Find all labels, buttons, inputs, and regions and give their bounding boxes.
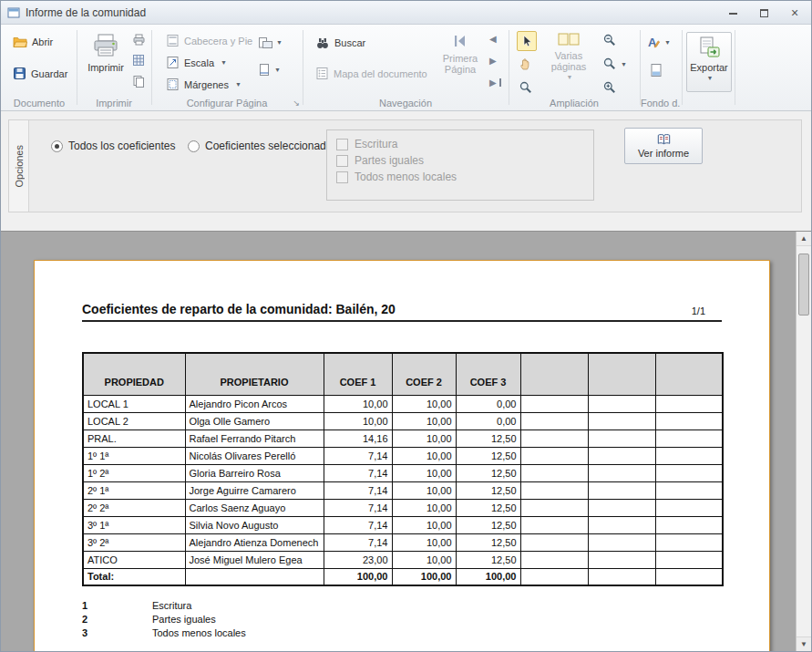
table-cell: 3º 2ª (83, 533, 185, 551)
radio-coeficientes-seleccionados[interactable]: Coeficientes seleccionados (188, 140, 337, 152)
table-cell (520, 499, 588, 516)
buscar-label: Buscar (334, 37, 365, 48)
abrir-button[interactable]: Abrir (10, 34, 56, 50)
cursor-icon (519, 34, 534, 48)
vertical-scrollbar[interactable]: ▲ ▼ (796, 232, 811, 651)
chevron-down-icon: ▼ (664, 39, 671, 46)
primera-pagina-label: Primera Página (435, 53, 486, 75)
varias-paginas-button[interactable]: Varias páginas ▼ (542, 29, 595, 93)
chevron-down-icon: ▼ (621, 61, 627, 67)
scrollbar-up-button[interactable]: ▲ (797, 232, 811, 246)
zoom-in-button[interactable] (601, 78, 619, 97)
table-row: PRAL.Rafael Ferrando Pitarch14,1610,0012… (83, 429, 723, 447)
print-selection-button[interactable] (130, 52, 147, 68)
hand-tool-button[interactable] (517, 55, 535, 73)
preview-viewport[interactable]: Coeficientes de reparto de la comunidad:… (1, 231, 811, 651)
group-label-fondo: Fondo d... (641, 98, 681, 109)
table-header-cell (655, 353, 723, 395)
table-cell: PRAL. (83, 429, 185, 447)
next-page-button[interactable]: ▶ (488, 54, 499, 67)
export-icon (697, 36, 721, 59)
legend-number: 1 (82, 600, 152, 611)
printer-icon (92, 32, 119, 59)
table-header-cell: PROPIEDAD (83, 353, 185, 395)
ribbon-group-navegacion: Buscar Mapa del documento Primera Página… (303, 25, 509, 110)
table-row: 1º 1ªNicolás Olivares Perelló7,1410,0012… (83, 447, 723, 464)
total-label: Total: (83, 568, 185, 585)
pointer-tool-button[interactable] (517, 31, 537, 51)
ribbon: Abrir Guardar Documento Imprimir (1, 25, 811, 111)
last-page-button[interactable]: ▶ (488, 76, 503, 89)
guardar-button[interactable]: Guardar (10, 65, 70, 82)
maximize-button[interactable] (756, 5, 771, 20)
radio-todos-los-coeficientes[interactable]: Todos los coeficientes (51, 140, 175, 152)
table-cell (655, 429, 723, 447)
hand-icon (519, 57, 533, 71)
primera-pagina-button: Primera Página (435, 29, 486, 91)
zoom-out-button[interactable] (601, 31, 619, 49)
chevron-down-icon: ▼ (221, 59, 227, 66)
minimize-button[interactable] (725, 5, 740, 20)
table-cell: 10,00 (392, 447, 456, 464)
table-row: LOCAL 1Alejandro Picon Arcos10,0010,000,… (83, 395, 723, 412)
scrollbar-thumb[interactable] (798, 254, 809, 316)
table-cell (655, 516, 723, 533)
table-cell: 10,00 (392, 395, 456, 412)
table-cell: 7,14 (324, 464, 392, 481)
ver-informe-label: Ver informe (638, 148, 689, 159)
table-row: 1º 2ªGloria Barreiro Rosa7,1410,0012,50 (83, 464, 723, 481)
table-header-cell: COEF 2 (392, 353, 456, 395)
quick-print-button[interactable] (130, 31, 148, 48)
document-map-icon (315, 67, 329, 80)
paper-size-icon (258, 63, 271, 77)
minimize-icon (729, 12, 737, 15)
report-page: Coeficientes de reparto de la comunidad:… (34, 260, 770, 651)
ver-informe-button[interactable]: Ver informe (624, 128, 703, 164)
table-cell (655, 481, 723, 499)
buscar-button[interactable]: Buscar (313, 34, 368, 52)
page-color-button[interactable] (647, 61, 665, 79)
grid-icon (132, 54, 145, 67)
table-cell (520, 551, 588, 568)
copies-button[interactable] (130, 73, 147, 89)
table-cell (655, 551, 723, 568)
exportar-button[interactable]: Exportar ▼ (686, 32, 732, 92)
table-cell (655, 464, 723, 481)
options-panel: Opciones Todos los coeficientes Coeficie… (8, 119, 802, 212)
zoom-button[interactable]: ▼ (601, 55, 629, 73)
checkbox (336, 171, 348, 183)
opciones-tab[interactable]: Opciones (9, 120, 29, 212)
radio-seleccionados-label: Coeficientes seleccionados (205, 140, 337, 152)
watermark-button[interactable]: A ▼ (644, 33, 673, 51)
table-cell (520, 568, 588, 585)
close-button[interactable]: × (787, 5, 802, 20)
orientation-button[interactable]: ▼ (256, 34, 284, 51)
table-cell (588, 481, 655, 499)
table-header-row: PROPIEDADPROPIETARIOCOEF 1COEF 2COEF 3 (83, 353, 723, 395)
margenes-button[interactable]: Márgenes ▼ (163, 76, 244, 93)
report-table-body: LOCAL 1Alejandro Picon Arcos10,0010,000,… (83, 395, 723, 568)
escala-button[interactable]: Escala ▼ (163, 54, 230, 71)
mapa-documento-label: Mapa del documento (334, 68, 427, 79)
table-cell: Nicolás Olivares Perelló (185, 447, 324, 464)
table-cell: LOCAL 2 (83, 412, 185, 429)
ribbon-group-documento: Abrir Guardar Documento (3, 25, 77, 110)
options-band: Opciones Todos los coeficientes Coeficie… (1, 111, 811, 231)
table-cell: 10,00 (392, 533, 456, 551)
table-cell (588, 464, 655, 481)
table-cell (520, 533, 588, 551)
scrollbar-down-button[interactable]: ▼ (797, 636, 811, 651)
table-row: 3º 1ªSilvia Novo Augusto7,1410,0012,50 (83, 516, 723, 533)
abrir-label: Abrir (32, 36, 53, 47)
ribbon-group-ampliacion: Varias páginas ▼ ▼ Ampliación (509, 25, 641, 110)
table-cell: 0,00 (456, 395, 520, 412)
watermark-icon: A (646, 35, 661, 49)
app-window: Informe de la comunidad × Abrir Guardar … (0, 0, 812, 652)
paper-size-button[interactable]: ▼ (256, 61, 283, 78)
magnifier-tool-button[interactable] (517, 78, 535, 97)
folder-icon (13, 36, 27, 48)
previous-page-button[interactable]: ◀ (488, 32, 499, 46)
magnifier-icon (519, 80, 533, 95)
print-button[interactable]: Imprimir (82, 29, 129, 91)
table-cell: 12,50 (456, 533, 520, 551)
